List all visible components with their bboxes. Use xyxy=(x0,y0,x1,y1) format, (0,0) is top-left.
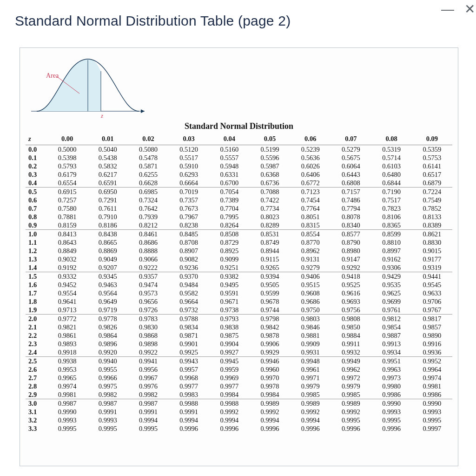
value-cell: 0.5438 xyxy=(87,154,128,162)
value-cell: 0.9599 xyxy=(250,289,290,297)
value-cell: 0.7454 xyxy=(290,196,331,204)
value-cell: 0.5319 xyxy=(371,145,412,154)
z-cell: 1.4 xyxy=(26,263,47,272)
value-cell: 0.9991 xyxy=(128,408,168,416)
value-cell: 0.9932 xyxy=(331,348,371,357)
value-cell: 0.9957 xyxy=(169,365,209,374)
area-label: Area xyxy=(46,72,59,80)
value-cell: 0.5199 xyxy=(250,145,290,154)
page-title: Standard Normal Distribution Table (page… xyxy=(0,0,476,29)
value-cell: 0.9992 xyxy=(209,408,250,416)
value-cell: 0.9995 xyxy=(128,424,168,433)
row-group: 2.50.99380.99400.99410.99430.99450.99460… xyxy=(26,357,452,399)
value-cell: 0.9881 xyxy=(290,331,331,340)
value-cell: 0.7324 xyxy=(128,196,168,204)
value-cell: 0.9834 xyxy=(169,323,209,331)
value-cell: 0.5359 xyxy=(412,145,452,154)
value-cell: 0.9656 xyxy=(128,297,168,306)
value-cell: 0.9812 xyxy=(371,315,412,323)
value-cell: 0.9664 xyxy=(169,297,209,306)
value-cell: 0.9868 xyxy=(128,331,168,340)
value-cell: 0.8238 xyxy=(169,221,209,230)
value-cell: 0.8365 xyxy=(371,221,412,230)
value-cell: 0.9292 xyxy=(331,263,371,272)
value-cell: 0.9982 xyxy=(128,390,168,399)
value-cell: 0.9979 xyxy=(331,382,371,390)
value-cell: 0.9992 xyxy=(331,408,371,416)
value-cell: 0.9306 xyxy=(371,263,412,272)
value-cell: 0.8106 xyxy=(371,213,412,221)
value-cell: 0.9394 xyxy=(250,272,290,281)
value-cell: 0.9963 xyxy=(371,365,412,374)
value-cell: 0.9980 xyxy=(371,382,412,390)
value-cell: 0.7852 xyxy=(412,204,452,213)
value-cell: 0.6808 xyxy=(331,179,371,188)
value-cell: 0.6026 xyxy=(290,162,331,170)
row-group: 1.00.84130.84380.84610.84850.85080.85310… xyxy=(26,230,452,272)
value-cell: 0.6985 xyxy=(128,188,168,196)
value-cell: 0.9996 xyxy=(331,424,371,433)
value-cell: 0.6591 xyxy=(87,179,128,188)
value-cell: 0.9985 xyxy=(331,390,371,399)
value-cell: 0.9474 xyxy=(128,281,168,289)
value-cell: 0.5517 xyxy=(169,154,209,162)
svg-marker-1 xyxy=(141,109,145,113)
value-cell: 0.9406 xyxy=(290,272,331,281)
value-cell: 0.5987 xyxy=(250,162,290,170)
close-icon[interactable]: ✕ xyxy=(464,3,475,16)
table-row: 2.40.99180.99200.99220.99250.99270.99290… xyxy=(26,348,452,357)
value-cell: 0.9979 xyxy=(290,382,331,390)
value-cell: 0.9564 xyxy=(87,289,128,297)
minimize-icon[interactable]: — xyxy=(441,3,454,16)
value-cell: 0.9857 xyxy=(412,323,452,331)
value-cell: 0.9995 xyxy=(87,424,128,433)
value-cell: 0.9345 xyxy=(87,272,128,281)
value-cell: 0.8186 xyxy=(87,221,128,230)
value-cell: 0.7939 xyxy=(128,213,168,221)
value-cell: 0.8289 xyxy=(250,221,290,230)
z-cell: 2.8 xyxy=(26,382,47,390)
value-cell: 0.9719 xyxy=(87,306,128,315)
z-cell: 0.1 xyxy=(26,154,47,162)
value-cell: 0.6700 xyxy=(209,179,250,188)
value-cell: 0.6368 xyxy=(250,170,290,179)
value-cell: 0.9994 xyxy=(169,416,209,424)
value-cell: 0.9678 xyxy=(250,297,290,306)
z-header: z xyxy=(26,134,47,145)
value-cell: 0.9929 xyxy=(250,348,290,357)
value-cell: 0.9986 xyxy=(412,390,452,399)
value-cell: 0.9984 xyxy=(209,390,250,399)
z-cell: 2.7 xyxy=(26,374,47,382)
value-cell: 0.9625 xyxy=(371,289,412,297)
value-cell: 0.7486 xyxy=(331,196,371,204)
table-row: 0.40.65540.65910.66280.66640.67000.67360… xyxy=(26,179,452,188)
value-cell: 0.9864 xyxy=(87,331,128,340)
table-row: 2.90.99810.99820.99820.99830.99840.99840… xyxy=(26,390,452,399)
value-cell: 0.9015 xyxy=(412,247,452,255)
value-cell: 0.5239 xyxy=(290,145,331,154)
value-cell: 0.6141 xyxy=(412,162,452,170)
value-cell: 0.6064 xyxy=(331,162,371,170)
value-cell: 0.8577 xyxy=(331,230,371,239)
value-cell: 0.9382 xyxy=(209,272,250,281)
value-cell: 0.9991 xyxy=(87,408,128,416)
value-cell: 0.9904 xyxy=(209,340,250,348)
window-controls: — ✕ xyxy=(441,3,472,16)
value-cell: 0.9952 xyxy=(412,357,452,366)
value-cell: 0.9987 xyxy=(47,399,87,408)
value-cell: 0.9671 xyxy=(209,297,250,306)
col-header: 0.02 xyxy=(128,134,168,145)
value-cell: 0.7019 xyxy=(169,188,209,196)
value-cell: 0.8980 xyxy=(331,247,371,255)
value-cell: 0.8665 xyxy=(87,238,128,247)
table-row: 1.30.90320.90490.90660.90820.90990.91150… xyxy=(26,255,452,263)
value-cell: 0.9931 xyxy=(290,348,331,357)
value-cell: 0.9265 xyxy=(250,263,290,272)
bell-curve-svg xyxy=(27,51,148,121)
value-cell: 0.7580 xyxy=(47,204,87,213)
value-cell: 0.9989 xyxy=(290,399,331,408)
value-cell: 0.7995 xyxy=(209,213,250,221)
z-cell: 2.1 xyxy=(26,323,47,331)
table-row: 2.50.99380.99400.99410.99430.99450.99460… xyxy=(26,357,452,366)
value-cell: 0.9971 xyxy=(290,374,331,382)
